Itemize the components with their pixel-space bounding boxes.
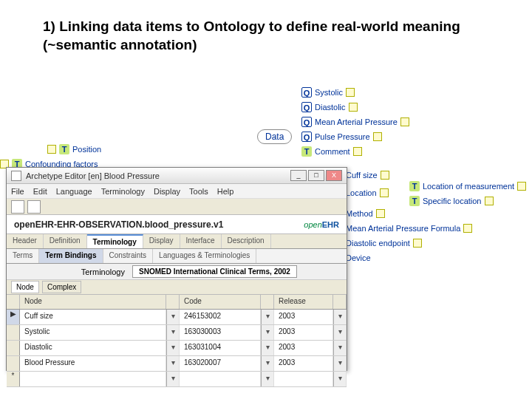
- node-specific-location[interactable]: TSpecific location: [409, 196, 494, 206]
- menu-language[interactable]: Language: [56, 187, 92, 196]
- note-icon: [400, 117, 409, 126]
- menu-file[interactable]: File: [11, 187, 24, 196]
- quantity-icon: Q: [301, 87, 312, 98]
- node-diastolic[interactable]: QDiastolic: [301, 102, 358, 112]
- grid-body: ▶ Cuff size ▾ 246153002 ▾ 2003 ▾ Systoli…: [7, 310, 347, 387]
- dropdown-icon[interactable]: ▾: [261, 341, 274, 355]
- dropdown-icon[interactable]: ▾: [333, 325, 347, 340]
- subtab-terms[interactable]: Terms: [7, 249, 39, 263]
- note-icon: [413, 239, 422, 248]
- node-label: Comment: [315, 147, 350, 156]
- toolbar: [7, 199, 347, 215]
- tab-description[interactable]: Description: [222, 234, 271, 248]
- menu-edit[interactable]: Edit: [33, 187, 47, 196]
- menubar: File Edit Language Terminology Display T…: [7, 184, 347, 199]
- open-button[interactable]: [27, 200, 41, 214]
- row-selector[interactable]: [7, 341, 20, 355]
- dropdown-icon[interactable]: ▾: [261, 310, 274, 324]
- page-title: 1) Linking data items to Ontology to def…: [43, 18, 532, 54]
- dropdown-icon[interactable]: ▾: [166, 372, 180, 386]
- dropdown-icon[interactable]: ▾: [261, 325, 274, 340]
- node-diastolic-endpoint[interactable]: Diastolic endpoint: [346, 239, 422, 248]
- tab-definition[interactable]: Definition: [44, 234, 87, 248]
- dropdown-icon[interactable]: ▾: [333, 372, 347, 386]
- tab-terminology[interactable]: Terminology: [87, 234, 143, 248]
- table-row[interactable]: * ▾ ▾ ▾: [7, 372, 347, 387]
- cell-release[interactable]: 2003: [274, 341, 333, 355]
- subtab-languages[interactable]: Languages & Terminologies: [153, 249, 256, 263]
- new-button[interactable]: [11, 200, 24, 214]
- close-button[interactable]: X: [326, 170, 342, 181]
- dropdown-icon[interactable]: ▾: [261, 372, 274, 386]
- table-row[interactable]: Blood Pressure ▾ 163020007 ▾ 2003 ▾: [7, 356, 347, 372]
- row-selector[interactable]: [7, 325, 20, 340]
- node-method[interactable]: Method: [346, 209, 385, 218]
- node-label: Cuff size: [346, 171, 378, 180]
- app-icon: [11, 171, 21, 181]
- node-pulse-pressure[interactable]: QPulse Pressure: [301, 132, 382, 142]
- dropdown-icon[interactable]: ▾: [333, 310, 347, 324]
- node-label: Position: [72, 145, 101, 154]
- node-label: Specific location: [423, 197, 482, 205]
- note-icon: [380, 188, 389, 197]
- row-selector[interactable]: ▶: [7, 310, 20, 324]
- cell-release[interactable]: 2003: [274, 310, 333, 324]
- cell-code[interactable]: 163020007: [180, 356, 261, 371]
- cell-node[interactable]: Cuff size: [20, 310, 166, 324]
- note-icon: [373, 132, 382, 141]
- menu-terminology[interactable]: Terminology: [101, 187, 145, 196]
- subtab-term-bindings[interactable]: Term Bindings: [39, 249, 103, 263]
- cell-release[interactable]: [274, 372, 333, 386]
- cell-release[interactable]: 2003: [274, 325, 333, 340]
- cell-node[interactable]: Systolic: [20, 325, 166, 340]
- node-location[interactable]: Location: [346, 188, 389, 197]
- cell-node[interactable]: Blood Pressure: [20, 356, 166, 371]
- subtab-constraints[interactable]: Constraints: [103, 249, 154, 263]
- dropdown-icon[interactable]: ▾: [166, 341, 180, 355]
- row-selector[interactable]: [7, 356, 20, 371]
- grid-header: Node Code Release: [7, 295, 347, 310]
- note-icon: [381, 171, 389, 180]
- table-row[interactable]: ▶ Cuff size ▾ 246153002 ▾ 2003 ▾: [7, 310, 347, 325]
- tab-header[interactable]: Header: [7, 234, 44, 248]
- tab-interface[interactable]: Interface: [180, 234, 222, 248]
- terminology-dropdown[interactable]: SNOMED International Clinical Terms, 200…: [132, 265, 297, 278]
- dropdown-icon[interactable]: ▾: [166, 356, 180, 371]
- nodetab-node[interactable]: Node: [11, 281, 39, 293]
- cell-code[interactable]: 163031004: [180, 341, 261, 355]
- table-row[interactable]: Diastolic ▾ 163031004 ▾ 2003 ▾: [7, 341, 347, 356]
- tab-display[interactable]: Display: [143, 234, 180, 248]
- cell-node[interactable]: [20, 372, 166, 386]
- data-center-node[interactable]: Data: [257, 129, 292, 144]
- quantity-icon: Q: [301, 117, 312, 127]
- cell-code[interactable]: [180, 372, 261, 386]
- cell-code[interactable]: 163030003: [180, 325, 261, 340]
- dropdown-icon[interactable]: ▾: [261, 356, 274, 371]
- maximize-button[interactable]: □: [308, 170, 324, 181]
- node-loc-measurement[interactable]: TLocation of measurement: [409, 181, 526, 191]
- text-icon: T: [409, 181, 420, 191]
- node-map-formula[interactable]: Mean Arterial Pressure Formula: [346, 224, 472, 233]
- dropdown-icon[interactable]: ▾: [333, 356, 347, 371]
- menu-help[interactable]: Help: [217, 187, 234, 196]
- table-row[interactable]: Systolic ▾ 163030003 ▾ 2003 ▾: [7, 325, 347, 341]
- node-systolic[interactable]: QSystolic: [301, 87, 355, 98]
- node-label: Method: [346, 209, 373, 218]
- dropdown-icon[interactable]: ▾: [166, 325, 180, 340]
- cell-code[interactable]: 246153002: [180, 310, 261, 324]
- nodetab-complex[interactable]: Complex: [42, 281, 81, 293]
- node-device[interactable]: Device: [346, 253, 371, 262]
- menu-tools[interactable]: Tools: [189, 187, 208, 196]
- note-icon: [517, 182, 526, 191]
- menu-display[interactable]: Display: [154, 187, 180, 196]
- cell-release[interactable]: 2003: [274, 356, 333, 371]
- minimize-button[interactable]: _: [290, 170, 307, 181]
- node-map[interactable]: QMean Arterial Pressure: [301, 117, 409, 127]
- node-position[interactable]: TPosition: [47, 144, 101, 154]
- node-comment[interactable]: TComment: [301, 146, 362, 157]
- row-selector[interactable]: *: [7, 372, 20, 386]
- dropdown-icon[interactable]: ▾: [166, 310, 180, 324]
- node-cuffsize[interactable]: Cuff size: [346, 171, 389, 180]
- dropdown-icon[interactable]: ▾: [333, 341, 347, 355]
- cell-node[interactable]: Diastolic: [20, 341, 166, 355]
